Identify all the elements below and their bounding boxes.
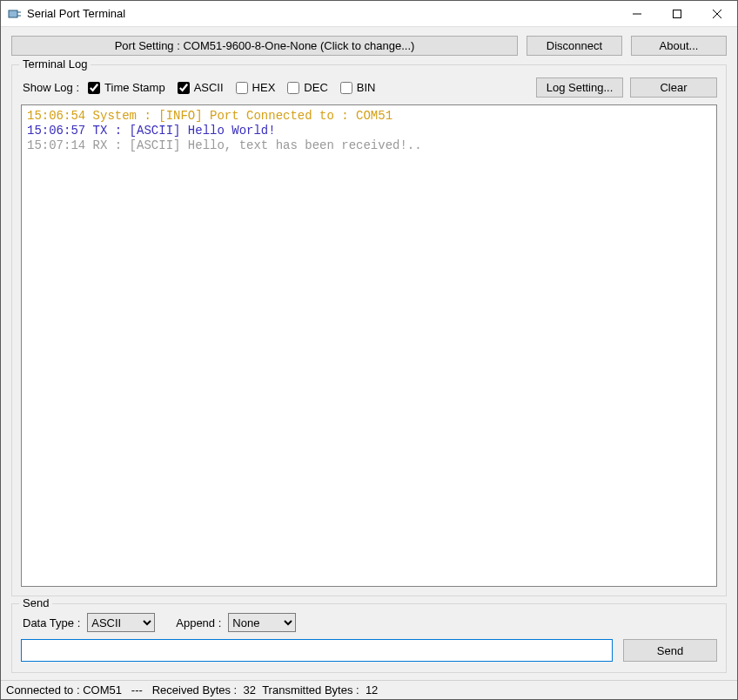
svg-rect-4 bbox=[674, 10, 681, 17]
status-rx-value: 32 bbox=[243, 683, 255, 697]
log-area[interactable]: 15:06:54 System : [INFO] Port Connected … bbox=[21, 104, 717, 587]
show-log-label: Show Log : bbox=[23, 81, 79, 94]
status-tx-value: 12 bbox=[366, 683, 378, 697]
ascii-checkbox[interactable]: ASCII bbox=[178, 81, 224, 94]
client-area: Port Setting : COM51-9600-8-One-None (Cl… bbox=[1, 27, 737, 680]
send-button[interactable]: Send bbox=[623, 639, 717, 662]
bin-checkbox-label: BIN bbox=[357, 81, 376, 94]
status-rx-label: Received Bytes : bbox=[152, 683, 238, 697]
top-button-row: Port Setting : COM51-9600-8-One-None (Cl… bbox=[11, 36, 727, 56]
hex-checkbox-input[interactable] bbox=[236, 82, 248, 94]
log-setting-button[interactable]: Log Setting... bbox=[536, 77, 623, 98]
terminal-log-legend: Terminal Log bbox=[19, 57, 91, 71]
append-select[interactable]: NoneCRLFCR+LF bbox=[228, 613, 296, 632]
send-input[interactable] bbox=[21, 639, 613, 662]
send-options-row: Data Type : ASCIIHEXDECBIN Append : None… bbox=[23, 613, 717, 632]
maximize-button[interactable] bbox=[657, 1, 697, 26]
window-title: Serial Port Terminal bbox=[27, 7, 125, 20]
svg-rect-0 bbox=[9, 10, 17, 17]
status-rx-spacer bbox=[237, 683, 243, 697]
timestamp-checkbox-input[interactable] bbox=[88, 82, 100, 94]
maximize-icon bbox=[673, 10, 681, 18]
minimize-button[interactable] bbox=[617, 1, 657, 26]
status-bar: Connected to : COM51 --- Received Bytes … bbox=[1, 680, 737, 699]
clear-button[interactable]: Clear bbox=[630, 77, 717, 98]
close-icon bbox=[713, 10, 721, 18]
ascii-checkbox-input[interactable] bbox=[178, 82, 190, 94]
close-button[interactable] bbox=[697, 1, 737, 26]
log-line: 15:07:14 RX : [ASCII] Hello, text has be… bbox=[27, 138, 711, 153]
send-legend: Send bbox=[19, 596, 52, 609]
log-line: 15:06:57 TX : [ASCII] Hello World! bbox=[27, 124, 711, 138]
app-icon bbox=[8, 7, 22, 21]
status-separator-1: --- bbox=[122, 683, 152, 697]
disconnect-button[interactable]: Disconnect bbox=[527, 36, 622, 56]
status-connected-port: COM51 bbox=[83, 683, 122, 697]
data-type-label: Data Type : bbox=[23, 616, 80, 629]
data-type-select[interactable]: ASCIIHEXDECBIN bbox=[87, 613, 155, 632]
status-tx-spacer bbox=[359, 683, 366, 697]
dec-checkbox[interactable]: DEC bbox=[287, 81, 327, 94]
titlebar: Serial Port Terminal bbox=[1, 1, 737, 27]
about-button[interactable]: About... bbox=[631, 36, 727, 56]
terminal-log-group: Terminal Log Show Log : Time Stamp ASCII… bbox=[11, 64, 727, 596]
status-tx-label: Transmitted Bytes : bbox=[262, 683, 359, 697]
hex-checkbox[interactable]: HEX bbox=[236, 81, 276, 94]
send-group: Send Data Type : ASCIIHEXDECBIN Append :… bbox=[11, 603, 727, 673]
log-line: 15:06:54 System : [INFO] Port Connected … bbox=[27, 109, 711, 124]
window-controls bbox=[617, 1, 737, 26]
timestamp-checkbox[interactable]: Time Stamp bbox=[88, 81, 165, 94]
hex-checkbox-label: HEX bbox=[252, 81, 276, 94]
bin-checkbox[interactable]: BIN bbox=[340, 81, 376, 94]
dec-checkbox-input[interactable] bbox=[287, 82, 299, 94]
status-connected-label: Connected to : bbox=[6, 683, 80, 697]
send-input-row: Send bbox=[21, 639, 717, 662]
append-label: Append : bbox=[176, 616, 221, 629]
timestamp-checkbox-label: Time Stamp bbox=[104, 81, 165, 94]
minimize-icon bbox=[633, 10, 641, 18]
app-window: Serial Port Terminal Port Setting : COM5… bbox=[0, 0, 738, 700]
ascii-checkbox-label: ASCII bbox=[194, 81, 224, 94]
dec-checkbox-label: DEC bbox=[304, 81, 327, 94]
show-log-row: Show Log : Time Stamp ASCII HEX DEC bbox=[23, 77, 717, 98]
port-setting-button[interactable]: Port Setting : COM51-9600-8-One-None (Cl… bbox=[11, 36, 518, 56]
status-gap bbox=[256, 683, 262, 697]
bin-checkbox-input[interactable] bbox=[340, 82, 352, 94]
